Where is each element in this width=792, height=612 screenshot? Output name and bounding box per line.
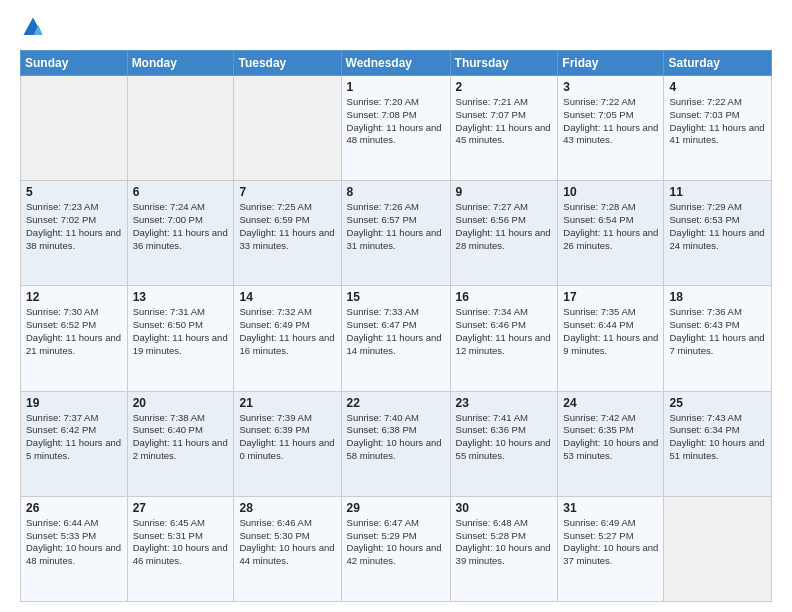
day-info: Sunrise: 7:26 AM Sunset: 6:57 PM Dayligh… — [347, 201, 445, 252]
day-number: 7 — [239, 185, 335, 199]
day-cell: 22Sunrise: 7:40 AM Sunset: 6:38 PM Dayli… — [341, 391, 450, 496]
day-number: 6 — [133, 185, 229, 199]
day-number: 30 — [456, 501, 553, 515]
day-cell: 6Sunrise: 7:24 AM Sunset: 7:00 PM Daylig… — [127, 181, 234, 286]
day-info: Sunrise: 7:34 AM Sunset: 6:46 PM Dayligh… — [456, 306, 553, 357]
day-cell: 20Sunrise: 7:38 AM Sunset: 6:40 PM Dayli… — [127, 391, 234, 496]
day-cell: 3Sunrise: 7:22 AM Sunset: 7:05 PM Daylig… — [558, 76, 664, 181]
day-info: Sunrise: 6:44 AM Sunset: 5:33 PM Dayligh… — [26, 517, 122, 568]
day-info: Sunrise: 7:29 AM Sunset: 6:53 PM Dayligh… — [669, 201, 766, 252]
day-number: 4 — [669, 80, 766, 94]
day-number: 2 — [456, 80, 553, 94]
day-info: Sunrise: 7:38 AM Sunset: 6:40 PM Dayligh… — [133, 412, 229, 463]
week-row-1: 1Sunrise: 7:20 AM Sunset: 7:08 PM Daylig… — [21, 76, 772, 181]
day-number: 23 — [456, 396, 553, 410]
day-info: Sunrise: 7:36 AM Sunset: 6:43 PM Dayligh… — [669, 306, 766, 357]
day-number: 1 — [347, 80, 445, 94]
week-row-4: 19Sunrise: 7:37 AM Sunset: 6:42 PM Dayli… — [21, 391, 772, 496]
week-row-2: 5Sunrise: 7:23 AM Sunset: 7:02 PM Daylig… — [21, 181, 772, 286]
day-number: 28 — [239, 501, 335, 515]
calendar: SundayMondayTuesdayWednesdayThursdayFrid… — [20, 50, 772, 602]
day-number: 24 — [563, 396, 658, 410]
day-info: Sunrise: 7:20 AM Sunset: 7:08 PM Dayligh… — [347, 96, 445, 147]
day-header-tuesday: Tuesday — [234, 51, 341, 76]
day-number: 5 — [26, 185, 122, 199]
logo — [20, 16, 44, 42]
day-cell: 10Sunrise: 7:28 AM Sunset: 6:54 PM Dayli… — [558, 181, 664, 286]
calendar-body: 1Sunrise: 7:20 AM Sunset: 7:08 PM Daylig… — [21, 76, 772, 602]
day-cell: 4Sunrise: 7:22 AM Sunset: 7:03 PM Daylig… — [664, 76, 772, 181]
day-cell: 14Sunrise: 7:32 AM Sunset: 6:49 PM Dayli… — [234, 286, 341, 391]
calendar-header: SundayMondayTuesdayWednesdayThursdayFrid… — [21, 51, 772, 76]
day-cell: 18Sunrise: 7:36 AM Sunset: 6:43 PM Dayli… — [664, 286, 772, 391]
day-cell: 16Sunrise: 7:34 AM Sunset: 6:46 PM Dayli… — [450, 286, 558, 391]
day-header-sunday: Sunday — [21, 51, 128, 76]
day-cell: 25Sunrise: 7:43 AM Sunset: 6:34 PM Dayli… — [664, 391, 772, 496]
day-info: Sunrise: 7:22 AM Sunset: 7:05 PM Dayligh… — [563, 96, 658, 147]
day-info: Sunrise: 7:21 AM Sunset: 7:07 PM Dayligh… — [456, 96, 553, 147]
day-info: Sunrise: 7:27 AM Sunset: 6:56 PM Dayligh… — [456, 201, 553, 252]
day-info: Sunrise: 7:41 AM Sunset: 6:36 PM Dayligh… — [456, 412, 553, 463]
day-cell: 11Sunrise: 7:29 AM Sunset: 6:53 PM Dayli… — [664, 181, 772, 286]
day-number: 17 — [563, 290, 658, 304]
day-info: Sunrise: 7:28 AM Sunset: 6:54 PM Dayligh… — [563, 201, 658, 252]
day-number: 29 — [347, 501, 445, 515]
week-row-5: 26Sunrise: 6:44 AM Sunset: 5:33 PM Dayli… — [21, 496, 772, 601]
day-cell — [127, 76, 234, 181]
day-info: Sunrise: 6:46 AM Sunset: 5:30 PM Dayligh… — [239, 517, 335, 568]
day-info: Sunrise: 7:32 AM Sunset: 6:49 PM Dayligh… — [239, 306, 335, 357]
day-info: Sunrise: 6:45 AM Sunset: 5:31 PM Dayligh… — [133, 517, 229, 568]
day-info: Sunrise: 7:33 AM Sunset: 6:47 PM Dayligh… — [347, 306, 445, 357]
day-number: 21 — [239, 396, 335, 410]
day-number: 25 — [669, 396, 766, 410]
day-cell: 29Sunrise: 6:47 AM Sunset: 5:29 PM Dayli… — [341, 496, 450, 601]
day-number: 31 — [563, 501, 658, 515]
day-number: 14 — [239, 290, 335, 304]
day-cell: 8Sunrise: 7:26 AM Sunset: 6:57 PM Daylig… — [341, 181, 450, 286]
day-info: Sunrise: 7:37 AM Sunset: 6:42 PM Dayligh… — [26, 412, 122, 463]
day-number: 12 — [26, 290, 122, 304]
day-number: 16 — [456, 290, 553, 304]
week-row-3: 12Sunrise: 7:30 AM Sunset: 6:52 PM Dayli… — [21, 286, 772, 391]
day-cell: 28Sunrise: 6:46 AM Sunset: 5:30 PM Dayli… — [234, 496, 341, 601]
day-number: 20 — [133, 396, 229, 410]
page: SundayMondayTuesdayWednesdayThursdayFrid… — [0, 0, 792, 612]
day-info: Sunrise: 6:49 AM Sunset: 5:27 PM Dayligh… — [563, 517, 658, 568]
day-number: 10 — [563, 185, 658, 199]
day-number: 8 — [347, 185, 445, 199]
day-info: Sunrise: 6:48 AM Sunset: 5:28 PM Dayligh… — [456, 517, 553, 568]
logo-icon — [22, 16, 44, 38]
days-row: SundayMondayTuesdayWednesdayThursdayFrid… — [21, 51, 772, 76]
day-cell — [664, 496, 772, 601]
day-info: Sunrise: 7:43 AM Sunset: 6:34 PM Dayligh… — [669, 412, 766, 463]
day-header-saturday: Saturday — [664, 51, 772, 76]
day-info: Sunrise: 7:39 AM Sunset: 6:39 PM Dayligh… — [239, 412, 335, 463]
day-cell: 24Sunrise: 7:42 AM Sunset: 6:35 PM Dayli… — [558, 391, 664, 496]
day-cell: 26Sunrise: 6:44 AM Sunset: 5:33 PM Dayli… — [21, 496, 128, 601]
day-info: Sunrise: 7:22 AM Sunset: 7:03 PM Dayligh… — [669, 96, 766, 147]
day-info: Sunrise: 6:47 AM Sunset: 5:29 PM Dayligh… — [347, 517, 445, 568]
day-info: Sunrise: 7:25 AM Sunset: 6:59 PM Dayligh… — [239, 201, 335, 252]
day-cell: 12Sunrise: 7:30 AM Sunset: 6:52 PM Dayli… — [21, 286, 128, 391]
day-cell — [21, 76, 128, 181]
day-cell: 30Sunrise: 6:48 AM Sunset: 5:28 PM Dayli… — [450, 496, 558, 601]
day-cell: 7Sunrise: 7:25 AM Sunset: 6:59 PM Daylig… — [234, 181, 341, 286]
day-number: 22 — [347, 396, 445, 410]
day-cell: 17Sunrise: 7:35 AM Sunset: 6:44 PM Dayli… — [558, 286, 664, 391]
day-number: 19 — [26, 396, 122, 410]
day-info: Sunrise: 7:42 AM Sunset: 6:35 PM Dayligh… — [563, 412, 658, 463]
day-number: 27 — [133, 501, 229, 515]
day-cell: 27Sunrise: 6:45 AM Sunset: 5:31 PM Dayli… — [127, 496, 234, 601]
day-cell: 21Sunrise: 7:39 AM Sunset: 6:39 PM Dayli… — [234, 391, 341, 496]
day-cell: 9Sunrise: 7:27 AM Sunset: 6:56 PM Daylig… — [450, 181, 558, 286]
day-cell: 1Sunrise: 7:20 AM Sunset: 7:08 PM Daylig… — [341, 76, 450, 181]
day-number: 11 — [669, 185, 766, 199]
day-info: Sunrise: 7:40 AM Sunset: 6:38 PM Dayligh… — [347, 412, 445, 463]
day-cell: 31Sunrise: 6:49 AM Sunset: 5:27 PM Dayli… — [558, 496, 664, 601]
day-number: 9 — [456, 185, 553, 199]
day-cell: 19Sunrise: 7:37 AM Sunset: 6:42 PM Dayli… — [21, 391, 128, 496]
day-number: 15 — [347, 290, 445, 304]
header — [20, 16, 772, 42]
day-info: Sunrise: 7:24 AM Sunset: 7:00 PM Dayligh… — [133, 201, 229, 252]
day-header-wednesday: Wednesday — [341, 51, 450, 76]
